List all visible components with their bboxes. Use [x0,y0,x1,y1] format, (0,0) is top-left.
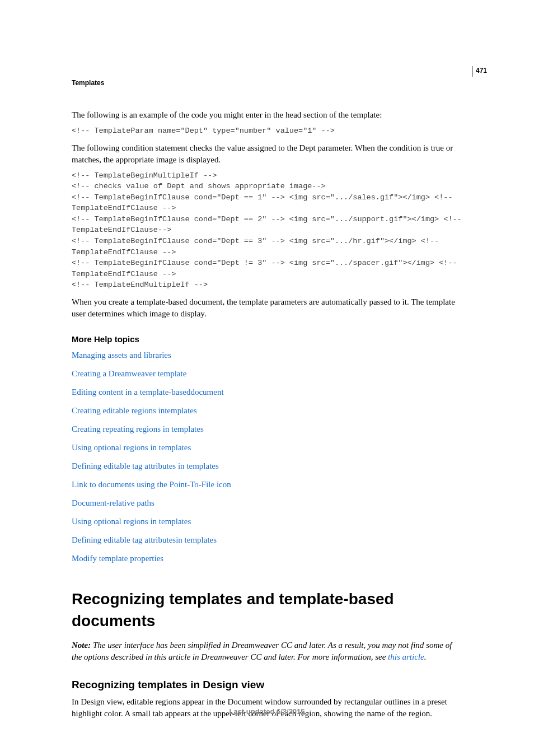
note-link[interactable]: this article [388,652,424,661]
note-text-post: . [424,652,427,661]
page-footer: Last updated 6/3/2015 [0,707,534,717]
help-link[interactable]: Managing assets and libraries [72,349,463,361]
help-link[interactable]: Editing content in a template-baseddocum… [72,386,463,398]
help-link[interactable]: Modify template properties [72,553,463,564]
help-links-list: Managing assets and libraries Creating a… [72,349,463,564]
help-link[interactable]: Using optional regions in templates [72,442,463,454]
help-link[interactable]: Document-relative paths [72,497,463,509]
help-link[interactable]: Creating a Dreamweaver template [72,368,463,380]
outro-paragraph: When you create a template-based documen… [72,296,463,320]
help-link[interactable]: Defining editable tag attributes in temp… [72,460,463,472]
help-link[interactable]: Link to documents using the Point-To-Fil… [72,479,463,491]
intro-paragraph-2: The following condition statement checks… [72,142,463,166]
page-number: 471 [472,66,487,77]
section-title: Recognizing templates and template-based… [72,588,463,632]
note-label: Note: [72,641,91,650]
help-link[interactable]: Using optional regions in templates [72,516,463,528]
page-content: The following is an example of the code … [72,109,463,724]
help-link[interactable]: Creating editable regions intemplates [72,405,463,417]
help-link[interactable]: Defining editable tag attributesin templ… [72,534,463,546]
code-block-1: <!-- TemplateParam name="Dept" type="num… [72,125,463,137]
note-paragraph: Note: The user interface has been simpli… [72,640,463,663]
subheading: Recognizing templates in Design view [72,678,463,693]
section-header: Templates [72,78,104,88]
intro-paragraph-1: The following is an example of the code … [72,109,463,121]
help-link[interactable]: Creating repeating regions in templates [72,423,463,435]
help-topics-heading: More Help topics [72,333,463,345]
code-block-2: <!-- TemplateBeginMultipleIf --> <!-- ch… [72,170,463,291]
